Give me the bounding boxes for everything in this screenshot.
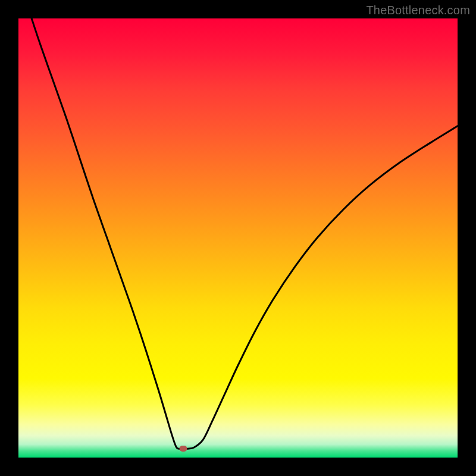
plot-area <box>18 18 458 458</box>
bottleneck-curve <box>18 18 458 458</box>
chart-frame: TheBottleneck.com <box>0 0 476 476</box>
minimum-marker <box>179 446 187 452</box>
watermark-text: TheBottleneck.com <box>366 4 470 17</box>
